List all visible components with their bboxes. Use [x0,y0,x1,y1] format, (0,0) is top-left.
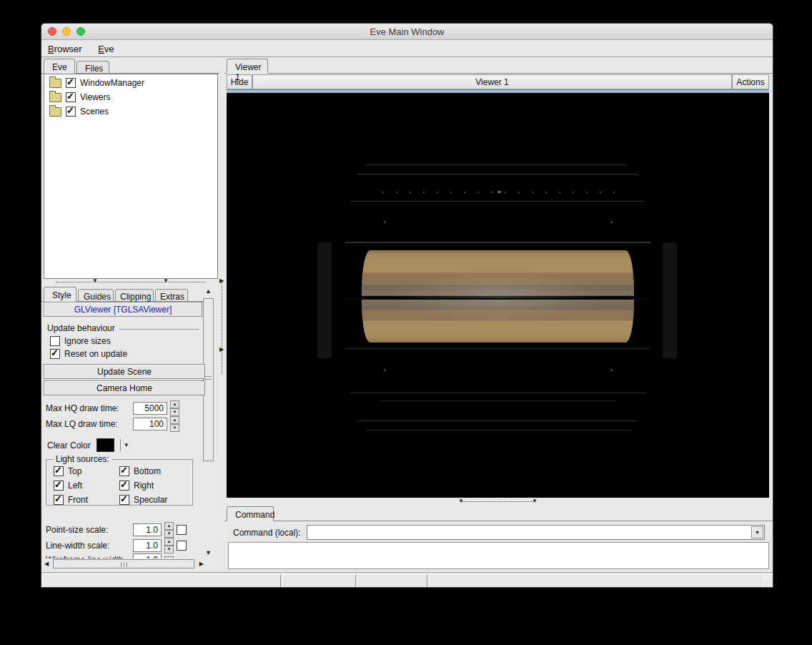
splitter-down-arrow-icon[interactable]: ▼ [532,498,538,504]
tree-splitter-handle[interactable] [56,282,206,282]
splitter-down-arrow-icon[interactable]: ▼ [458,498,464,504]
viewer-header: Hide Viewer 1 Actions [227,74,769,89]
screen-background: Eve Main Window Browser Eve Eve Files Wi… [0,0,812,645]
endcap-shadow-right [663,242,677,358]
light-front-row[interactable]: Front [54,495,119,505]
tab-style[interactable]: Style [44,287,76,302]
tree-checkbox[interactable] [66,107,76,117]
max-lq-stepper[interactable]: ▲▼ [170,416,179,432]
actions-button[interactable]: Actions [732,74,769,89]
update-scene-button[interactable]: Update Scene [44,364,205,379]
viewer-command-splitter[interactable] [462,501,533,502]
spin-down-icon[interactable]: ▼ [170,424,179,432]
tree-item-label[interactable]: Viewers [80,92,110,102]
panel-splitter-handle[interactable] [222,280,222,374]
titlebar[interactable]: Eve Main Window [41,24,773,40]
horizontal-scrollbar[interactable]: ◀ ▶ [44,558,204,570]
camera-home-button[interactable]: Camera Home [44,380,205,395]
tab-guides[interactable]: Guides [78,289,114,302]
line-width-checkbox[interactable] [177,541,187,551]
spin-up-icon[interactable]: ▲ [170,400,179,408]
light-top-checkbox[interactable] [54,466,64,476]
spin-down-icon[interactable]: ▼ [170,408,179,416]
clear-color-dropdown-icon[interactable]: ▼ [124,443,129,448]
command-local-label: Command (local): [233,528,301,538]
line-width-input[interactable]: 1.0 [133,539,162,552]
point-size-checkbox[interactable] [177,525,187,535]
tab-extras[interactable]: Extras [155,289,188,302]
tree-checkbox[interactable] [66,78,76,88]
wire-line [366,430,631,430]
splitter-down-arrow-icon[interactable]: ▼ [92,278,98,284]
ignore-sizes-checkbox[interactable] [50,336,60,346]
light-specular-row[interactable]: Specular [119,495,189,505]
gl-viewport[interactable] [227,93,769,498]
resize-grip-icon[interactable] [763,577,773,588]
scroll-right-icon[interactable]: ▶ [199,561,204,567]
wire-line [350,201,643,202]
spin-down-icon[interactable]: ▼ [164,530,174,538]
tab-clipping[interactable]: Clipping [115,289,154,302]
status-cell [282,574,356,588]
scroll-left-icon[interactable]: ◀ [44,561,49,567]
spin-up-icon[interactable]: ▲ [164,522,174,530]
tab-command[interactable]: Command [227,506,274,521]
spin-up-icon[interactable]: ▲ [164,538,174,546]
wire-dot [610,369,613,371]
command-row: Command (local): ▼ [233,525,765,540]
tree-item-viewers[interactable]: Viewers [49,92,217,102]
max-hq-input[interactable]: 5000 [133,402,167,415]
tree-item-label[interactable]: Scenes [80,107,109,117]
vertical-scrollbar-thumb[interactable] [203,298,214,461]
window-title: Eve Main Window [41,26,773,37]
command-output[interactable] [228,542,769,569]
tree-item-windowmanager[interactable]: WindowManager [49,78,217,88]
point-size-stepper[interactable]: ▲▼ [164,522,174,538]
scroll-down-icon[interactable]: ▼ [205,550,212,556]
max-lq-input[interactable]: 100 [133,418,167,430]
folder-icon [49,93,61,102]
menu-eve[interactable]: Eve [91,41,120,54]
light-right-row[interactable]: Right [119,481,189,491]
tree-item-scenes[interactable]: Scenes [49,107,217,117]
point-size-label: Point-size scale: [46,525,130,535]
splitter-down-arrow-icon[interactable]: ▼ [163,278,169,284]
point-size-input[interactable]: 1.0 [133,523,162,536]
light-bottom-checkbox[interactable] [119,466,129,476]
line-width-row: Line-width scale: 1.0 ▲▼ [46,538,203,553]
ignore-sizes-checkbox-row[interactable]: Ignore sizes [50,336,111,346]
max-hq-stepper[interactable]: ▲▼ [170,400,179,416]
splitter-right-arrow-icon[interactable]: ▶ [219,278,224,284]
tab-viewer-1[interactable]: Viewer 1 [227,59,268,74]
command-dropdown-icon[interactable]: ▼ [751,526,763,538]
light-specular-label: Specular [134,495,167,505]
splitter-right-arrow-icon[interactable]: ▶ [219,347,224,353]
light-top-row[interactable]: Top [54,466,119,476]
tree-checkbox[interactable] [66,92,76,102]
reset-on-update-checkbox-row[interactable]: Reset on update [50,349,127,359]
light-left-row[interactable]: Left [54,481,119,491]
wire-line [357,420,638,421]
light-front-checkbox[interactable] [54,495,64,505]
line-width-stepper[interactable]: ▲▼ [164,538,174,553]
spin-up-icon[interactable]: ▲ [170,416,179,424]
divider [119,329,199,330]
wire-line [350,393,646,393]
light-right-checkbox[interactable] [119,481,129,491]
tab-files[interactable]: Files [76,61,109,74]
spin-down-icon[interactable]: ▼ [164,546,174,553]
glviewer-button[interactable]: GLViewer [TGLSAViewer] [44,302,202,317]
command-input[interactable]: ▼ [307,525,765,540]
menu-browser[interactable]: Browser [41,41,89,54]
light-bottom-row[interactable]: Bottom [119,466,189,476]
tab-eve[interactable]: Eve [44,59,75,74]
tree-item-label[interactable]: WindowManager [80,78,144,88]
scroll-up-icon[interactable]: ▲ [205,288,212,294]
clear-color-swatch[interactable] [96,438,114,452]
light-specular-checkbox[interactable] [119,495,129,505]
wire-line [345,242,650,243]
horizontal-scrollbar-thumb[interactable] [53,559,194,568]
reset-on-update-checkbox[interactable] [50,349,60,359]
wire-dot [384,221,386,223]
light-left-checkbox[interactable] [54,481,64,491]
